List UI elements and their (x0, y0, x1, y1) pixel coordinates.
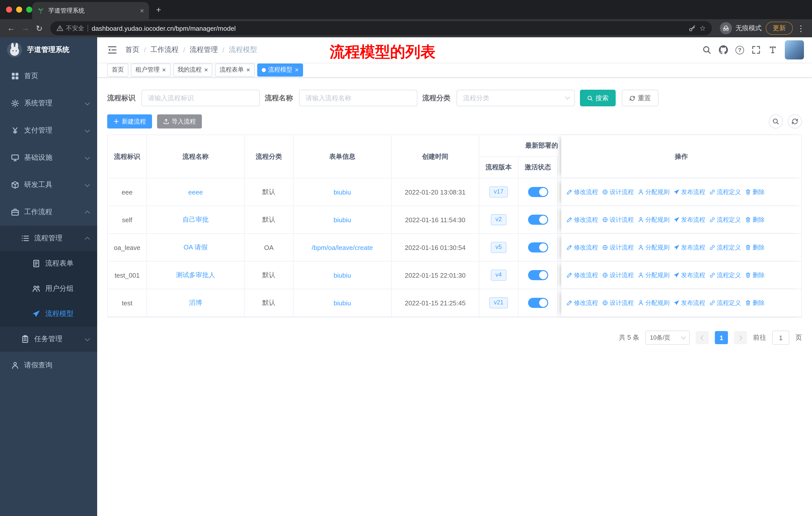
search-button[interactable]: 搜索 (580, 90, 616, 106)
category-select[interactable]: 流程分类 (457, 90, 575, 106)
design-process-link[interactable]: 设计流程 (602, 271, 634, 279)
close-icon[interactable]: × (246, 66, 250, 73)
assign-rule-link[interactable]: 分配规则 (638, 243, 670, 252)
address-bar[interactable]: 不安全 dashboard.yudao.iocoder.cn/bpm/manag… (50, 21, 712, 35)
sidebar-item-process-model[interactable]: 流程模型 (0, 301, 97, 327)
new-tab-button[interactable]: + (156, 5, 161, 15)
process-definition-link[interactable]: 流程定义 (709, 243, 741, 252)
hamburger-icon[interactable] (107, 45, 117, 55)
delete-link[interactable]: 删除 (745, 188, 765, 196)
sidebar-item-payment[interactable]: 支付管理 (0, 117, 97, 144)
breadcrumb-item[interactable]: 首页 (125, 45, 140, 54)
sidebar-item-system[interactable]: 系统管理 (0, 90, 97, 117)
assign-rule-link[interactable]: 分配规则 (638, 299, 670, 307)
process-name-link[interactable]: OA 请假 (183, 243, 207, 252)
help-icon[interactable]: ? (735, 46, 744, 54)
publish-process-link[interactable]: 发布流程 (673, 188, 705, 196)
user-avatar[interactable] (785, 40, 804, 59)
close-icon[interactable]: × (204, 66, 208, 73)
assign-rule-link[interactable]: 分配规则 (638, 188, 670, 196)
active-status-toggle[interactable] (528, 242, 548, 252)
sidebar-item-home[interactable]: 首页 (0, 62, 97, 90)
goto-page-input[interactable] (772, 331, 789, 345)
reload-button[interactable]: ↻ (32, 21, 46, 35)
breadcrumb-item[interactable]: 工作流程 (150, 45, 179, 54)
refresh-table-button[interactable] (788, 114, 802, 129)
process-name-link[interactable]: 滔博 (189, 298, 202, 307)
publish-process-link[interactable]: 发布流程 (673, 299, 705, 307)
form-info-link[interactable]: biubiu (334, 271, 351, 279)
forward-button[interactable]: → (18, 21, 32, 35)
active-status-toggle[interactable] (528, 298, 548, 308)
sidebar-item-leave-query[interactable]: 请假查询 (0, 352, 97, 379)
prev-page-button[interactable] (696, 331, 709, 344)
process-name-link[interactable]: 测试多审批人 (176, 271, 215, 280)
assign-rule-link[interactable]: 分配规则 (638, 271, 670, 279)
form-info-link[interactable]: biubiu (334, 299, 351, 307)
publish-process-link[interactable]: 发布流程 (673, 243, 705, 252)
active-status-toggle[interactable] (528, 187, 548, 197)
tag-my-process[interactable]: 我的流程 × (173, 63, 212, 76)
publish-process-link[interactable]: 发布流程 (673, 215, 705, 224)
sidebar-item-user-group[interactable]: 用户分组 (0, 276, 97, 301)
fullscreen-icon[interactable] (752, 45, 761, 54)
assign-rule-link[interactable]: 分配规则 (638, 215, 670, 224)
sidebar-item-task-management[interactable]: 任务管理 (0, 327, 97, 352)
toggle-search-button[interactable] (769, 114, 783, 129)
tag-tenant-management[interactable]: 租户管理 × (131, 63, 170, 76)
process-name-link[interactable]: eeee (188, 188, 203, 196)
process-definition-link[interactable]: 流程定义 (709, 271, 741, 279)
design-process-link[interactable]: 设计流程 (602, 243, 634, 252)
minimize-window-button[interactable] (16, 6, 22, 12)
sidebar-item-process-management[interactable]: 流程管理 (0, 226, 97, 251)
process-definition-link[interactable]: 流程定义 (709, 215, 741, 224)
import-process-button[interactable]: 导入流程 (157, 114, 202, 129)
close-icon[interactable]: × (295, 66, 299, 73)
back-button[interactable]: ← (4, 21, 18, 35)
reset-button[interactable]: 重置 (622, 90, 659, 106)
bookmark-star-icon[interactable]: ☆ (699, 24, 706, 32)
active-status-toggle[interactable] (528, 270, 548, 280)
edit-process-link[interactable]: 修改流程 (566, 215, 598, 224)
design-process-link[interactable]: 设计流程 (602, 188, 634, 196)
design-process-link[interactable]: 设计流程 (602, 215, 634, 224)
publish-process-link[interactable]: 发布流程 (673, 271, 705, 279)
edit-process-link[interactable]: 修改流程 (566, 243, 598, 252)
edit-process-link[interactable]: 修改流程 (566, 299, 598, 307)
security-chip[interactable]: 不安全 (56, 24, 84, 32)
delete-link[interactable]: 删除 (745, 215, 765, 224)
github-icon[interactable] (719, 45, 728, 54)
search-icon[interactable] (702, 45, 711, 54)
delete-link[interactable]: 删除 (745, 299, 765, 307)
breadcrumb-item[interactable]: 流程管理 (190, 45, 218, 54)
tag-process-form[interactable]: 流程表单 × (215, 63, 255, 76)
edit-process-link[interactable]: 修改流程 (566, 271, 598, 279)
process-name-link[interactable]: 自己审批 (182, 215, 209, 224)
active-status-toggle[interactable] (528, 215, 548, 225)
design-process-link[interactable]: 设计流程 (602, 299, 634, 307)
sidebar-item-workflow[interactable]: 工作流程 (0, 198, 97, 226)
form-info-link[interactable]: biubiu (334, 216, 351, 223)
close-window-button[interactable] (6, 6, 12, 12)
page-number-1[interactable]: 1 (715, 331, 728, 344)
edit-process-link[interactable]: 修改流程 (566, 188, 598, 196)
process-key-input[interactable] (141, 90, 260, 106)
form-info-link[interactable]: biubiu (334, 188, 351, 196)
sidebar-item-devtools[interactable]: 研发工具 (0, 171, 97, 198)
process-name-input[interactable] (299, 90, 417, 106)
maximize-window-button[interactable] (26, 6, 32, 12)
sidebar-item-infrastructure[interactable]: 基础设施 (0, 144, 97, 171)
browser-update-button[interactable]: 更新 (766, 22, 793, 35)
create-process-button[interactable]: 新建流程 (107, 114, 152, 129)
sidebar-item-process-form[interactable]: 流程表单 (0, 251, 97, 276)
tag-home[interactable]: 首页 (107, 63, 128, 76)
next-page-button[interactable] (734, 331, 747, 344)
process-definition-link[interactable]: 流程定义 (709, 188, 741, 196)
tab-close-icon[interactable]: × (140, 6, 144, 15)
password-key-icon[interactable] (689, 25, 696, 32)
page-size-select[interactable]: 10条/页 (645, 331, 690, 345)
browser-tab[interactable]: 芋道管理系统 × (32, 2, 149, 19)
form-info-link[interactable]: /bpm/oa/leave/create (312, 244, 373, 251)
font-size-icon[interactable] (768, 45, 777, 54)
delete-link[interactable]: 删除 (745, 243, 765, 252)
